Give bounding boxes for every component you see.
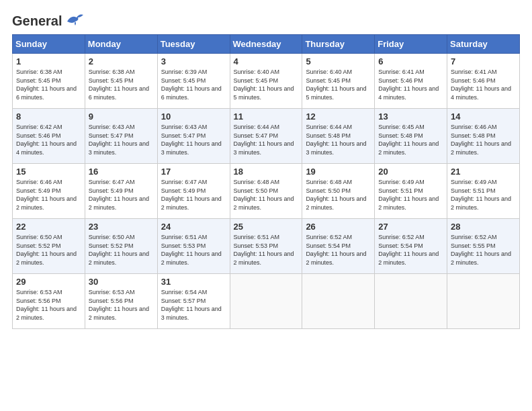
day-info: Sunrise: 6:50 AMSunset: 5:52 PMDaylight:… [89,233,154,267]
day-info: Sunrise: 6:48 AMSunset: 5:50 PMDaylight:… [234,178,299,212]
sunset-text: Sunset: 5:46 PM [451,77,496,84]
sunrise-text: Sunrise: 6:38 AM [16,68,62,75]
day-info: Sunrise: 6:38 AMSunset: 5:45 PMDaylight:… [89,68,154,101]
sunset-text: Sunset: 5:57 PM [161,298,206,304]
sunrise-text: Sunrise: 6:48 AM [234,179,280,185]
sunrise-text: Sunrise: 6:44 AM [234,124,280,130]
daylight-text: Daylight: 11 hours and 4 minutes. [16,140,77,156]
daylight-text: Daylight: 11 hours and 4 minutes. [378,85,439,101]
day-info: Sunrise: 6:54 AMSunset: 5:57 PMDaylight:… [161,288,226,322]
day-info: Sunrise: 6:46 AMSunset: 5:48 PMDaylight:… [451,123,516,156]
calendar-cell: 13Sunrise: 6:45 AMSunset: 5:48 PMDayligh… [375,109,447,164]
day-number: 11 [234,111,299,122]
sunrise-text: Sunrise: 6:53 AM [16,289,62,295]
day-number: 20 [378,167,443,177]
sunset-text: Sunset: 5:48 PM [451,132,496,139]
logo: General [12,12,85,28]
day-header-friday: Friday [375,35,447,54]
day-info: Sunrise: 6:46 AMSunset: 5:49 PMDaylight:… [16,178,81,212]
day-number: 2 [89,56,154,66]
sunset-text: Sunset: 5:45 PM [234,77,279,84]
day-number: 8 [16,111,81,122]
day-info: Sunrise: 6:53 AMSunset: 5:56 PMDaylight:… [16,288,81,322]
day-number: 27 [378,222,443,232]
day-info: Sunrise: 6:47 AMSunset: 5:49 PMDaylight:… [161,178,226,212]
calendar-cell: 17Sunrise: 6:47 AMSunset: 5:49 PMDayligh… [157,164,230,219]
calendar-cell: 9Sunrise: 6:43 AMSunset: 5:47 PMDaylight… [85,109,157,164]
sunset-text: Sunset: 5:49 PM [161,187,206,194]
sunrise-text: Sunrise: 6:51 AM [161,234,208,240]
sunset-text: Sunset: 5:47 PM [89,132,134,139]
day-info: Sunrise: 6:41 AMSunset: 5:46 PMDaylight:… [451,68,516,101]
calendar-cell [230,274,302,329]
calendar-cell: 5Sunrise: 6:40 AMSunset: 5:45 PMDaylight… [302,54,375,109]
sunrise-text: Sunrise: 6:44 AM [306,124,352,130]
day-info: Sunrise: 6:39 AMSunset: 5:45 PMDaylight:… [161,68,226,101]
day-info: Sunrise: 6:52 AMSunset: 5:54 PMDaylight:… [306,233,371,267]
sunset-text: Sunset: 5:52 PM [16,242,61,249]
daylight-text: Daylight: 11 hours and 2 minutes. [161,195,222,211]
sunset-text: Sunset: 5:48 PM [378,132,423,139]
daylight-text: Daylight: 11 hours and 3 minutes. [161,306,222,321]
sunset-text: Sunset: 5:51 PM [378,187,423,194]
sunrise-text: Sunrise: 6:50 AM [89,234,135,240]
calendar-cell: 27Sunrise: 6:52 AMSunset: 5:54 PMDayligh… [375,219,447,274]
daylight-text: Daylight: 11 hours and 2 minutes. [16,195,77,211]
day-info: Sunrise: 6:52 AMSunset: 5:55 PMDaylight:… [451,233,516,267]
daylight-text: Daylight: 11 hours and 6 minutes. [161,85,222,101]
day-number: 21 [451,167,516,177]
sunrise-text: Sunrise: 6:54 AM [161,289,208,295]
day-number: 9 [89,111,154,122]
day-info: Sunrise: 6:49 AMSunset: 5:51 PMDaylight:… [378,178,443,212]
calendar-cell [447,274,520,329]
day-number: 23 [89,222,154,232]
daylight-text: Daylight: 11 hours and 2 minutes. [89,250,149,266]
calendar-week-row: 15Sunrise: 6:46 AMSunset: 5:49 PMDayligh… [13,164,520,219]
calendar-cell: 31Sunrise: 6:54 AMSunset: 5:57 PMDayligh… [157,274,230,329]
sunset-text: Sunset: 5:49 PM [89,187,134,194]
day-info: Sunrise: 6:53 AMSunset: 5:56 PMDaylight:… [89,288,154,322]
daylight-text: Daylight: 11 hours and 2 minutes. [451,195,511,211]
calendar-cell: 12Sunrise: 6:44 AMSunset: 5:48 PMDayligh… [302,109,375,164]
day-info: Sunrise: 6:51 AMSunset: 5:53 PMDaylight:… [161,233,226,267]
daylight-text: Daylight: 11 hours and 3 minutes. [161,140,222,156]
daylight-text: Daylight: 11 hours and 2 minutes. [451,250,511,266]
day-number: 31 [161,277,226,287]
sunrise-text: Sunrise: 6:38 AM [89,68,135,75]
sunset-text: Sunset: 5:47 PM [234,132,279,139]
day-info: Sunrise: 6:43 AMSunset: 5:47 PMDaylight:… [161,123,226,156]
header: General [12,12,520,28]
calendar-cell: 21Sunrise: 6:49 AMSunset: 5:51 PMDayligh… [447,164,520,219]
daylight-text: Daylight: 11 hours and 2 minutes. [234,250,294,266]
day-number: 3 [161,56,226,66]
calendar-cell: 18Sunrise: 6:48 AMSunset: 5:50 PMDayligh… [230,164,302,219]
calendar-cell: 25Sunrise: 6:51 AMSunset: 5:53 PMDayligh… [230,219,302,274]
calendar-cell: 29Sunrise: 6:53 AMSunset: 5:56 PMDayligh… [13,274,85,329]
sunset-text: Sunset: 5:46 PM [16,132,61,139]
daylight-text: Daylight: 11 hours and 3 minutes. [89,140,149,156]
day-number: 18 [234,167,299,177]
day-info: Sunrise: 6:49 AMSunset: 5:51 PMDaylight:… [451,178,516,212]
daylight-text: Daylight: 11 hours and 3 minutes. [234,140,294,156]
daylight-text: Daylight: 11 hours and 2 minutes. [16,250,77,266]
daylight-text: Daylight: 11 hours and 2 minutes. [378,250,439,266]
calendar-table: SundayMondayTuesdayWednesdayThursdayFrid… [12,34,520,329]
sunset-text: Sunset: 5:55 PM [451,242,496,249]
day-info: Sunrise: 6:42 AMSunset: 5:46 PMDaylight:… [16,123,81,156]
day-number: 12 [306,111,371,122]
calendar-header-row: SundayMondayTuesdayWednesdayThursdayFrid… [13,35,520,54]
calendar-week-row: 8Sunrise: 6:42 AMSunset: 5:46 PMDaylight… [13,109,520,164]
day-header-sunday: Sunday [13,35,85,54]
sunrise-text: Sunrise: 6:52 AM [306,234,352,240]
daylight-text: Daylight: 11 hours and 2 minutes. [378,140,439,156]
day-info: Sunrise: 6:40 AMSunset: 5:45 PMDaylight:… [306,68,371,101]
sunset-text: Sunset: 5:45 PM [16,77,61,84]
sunset-text: Sunset: 5:50 PM [234,187,279,194]
day-number: 22 [16,222,81,232]
sunset-text: Sunset: 5:50 PM [306,187,351,194]
calendar-cell: 30Sunrise: 6:53 AMSunset: 5:56 PMDayligh… [85,274,157,329]
sunset-text: Sunset: 5:46 PM [378,77,423,84]
sunset-text: Sunset: 5:53 PM [234,242,279,249]
day-number: 19 [306,167,371,177]
sunrise-text: Sunrise: 6:46 AM [16,179,62,185]
